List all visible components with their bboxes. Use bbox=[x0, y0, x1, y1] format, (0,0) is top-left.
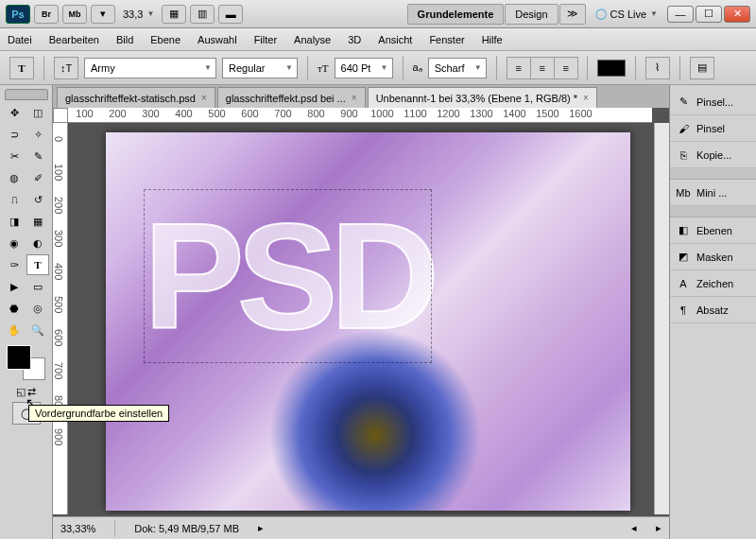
bridge-button[interactable]: Br bbox=[34, 5, 59, 24]
ruler-horizontal[interactable]: 1002003004005006007008009001000110012001… bbox=[68, 108, 652, 123]
panel-dock: ✎Pinsel...🖌Pinsel⎘Kopie...MbMini ...◧Ebe… bbox=[669, 85, 756, 539]
antialias-dropdown[interactable]: Scharf▼ bbox=[428, 58, 487, 78]
text-layer-psd[interactable]: PSD bbox=[144, 189, 432, 363]
close-icon[interactable]: × bbox=[352, 93, 357, 103]
canvas[interactable]: PSD bbox=[106, 132, 630, 511]
blur-tool-icon[interactable]: ◉ bbox=[3, 233, 26, 253]
menu-bild[interactable]: Bild bbox=[116, 34, 133, 45]
align-left-icon[interactable]: ≡ bbox=[507, 57, 531, 79]
marquee-tool-icon[interactable]: ◫ bbox=[26, 102, 49, 123]
close-icon[interactable]: × bbox=[201, 93, 207, 103]
tool-preset-text-icon[interactable]: T bbox=[9, 57, 34, 79]
dodge-tool-icon[interactable]: ◐ bbox=[26, 233, 49, 253]
scroll-left-icon[interactable]: ◂ bbox=[631, 522, 637, 534]
minibridge-button[interactable]: Mb bbox=[62, 5, 87, 24]
font-style-dropdown[interactable]: Regular▼ bbox=[222, 58, 298, 78]
ruler-tick: 1500 bbox=[531, 108, 564, 122]
cslive-label[interactable]: CS Live bbox=[610, 9, 647, 20]
menu-filter[interactable]: Filter bbox=[254, 34, 277, 45]
gradient-tool-icon[interactable]: ▦ bbox=[26, 211, 49, 232]
ruler-tick: 100 bbox=[68, 108, 101, 122]
default-colors-icon[interactable]: ◱ bbox=[16, 386, 26, 398]
font-size-dropdown[interactable]: 640 Pt▼ bbox=[335, 58, 393, 78]
doctab-1[interactable]: glasschrifteffekt-statisch.psd× bbox=[57, 87, 215, 108]
font-family-dropdown[interactable]: Army▼ bbox=[84, 58, 216, 78]
menu-ansicht[interactable]: Ansicht bbox=[378, 34, 412, 45]
close-icon[interactable]: × bbox=[583, 93, 589, 103]
panel-label: Masken bbox=[696, 252, 733, 263]
ruler-tick: 900 bbox=[333, 108, 366, 122]
char-icon: A bbox=[676, 276, 691, 291]
close-button[interactable]: ✕ bbox=[724, 6, 750, 23]
lasso-tool-icon[interactable]: ⊃ bbox=[3, 124, 26, 145]
status-menu-icon[interactable]: ▸ bbox=[258, 522, 264, 534]
zoom-tool-icon[interactable]: 🔍 bbox=[26, 320, 49, 340]
menu-analyse[interactable]: Analyse bbox=[294, 34, 331, 45]
text-orientation-icon[interactable]: ↕T bbox=[54, 57, 78, 79]
workspace-design[interactable]: Design bbox=[505, 4, 558, 25]
scrollbar-vertical[interactable] bbox=[654, 123, 669, 514]
arrange-docs-icon[interactable]: ▥ bbox=[190, 5, 215, 24]
warp-text-icon[interactable]: ⌇ bbox=[645, 57, 670, 79]
stamp-tool-icon[interactable]: ⎍ bbox=[3, 189, 26, 210]
minimize-button[interactable]: — bbox=[667, 6, 694, 23]
hand-tool-icon[interactable]: ✋ bbox=[3, 320, 26, 340]
eyedropper-tool-icon[interactable]: ✎ bbox=[26, 146, 49, 166]
doctab-3[interactable]: Unbenannt-1 bei 33,3% (Ebene 1, RGB/8) *… bbox=[368, 87, 597, 108]
status-zoom[interactable]: 33,33% bbox=[60, 523, 95, 534]
path-select-icon[interactable]: ▶ bbox=[3, 276, 26, 297]
menu-auswahl[interactable]: Auswahl bbox=[198, 34, 237, 45]
type-tool-icon[interactable]: T bbox=[26, 254, 49, 275]
menu-hilfe[interactable]: Hilfe bbox=[482, 34, 503, 45]
workspace-essentials[interactable]: Grundelemente bbox=[407, 4, 505, 25]
panel-layers[interactable]: ◧Ebenen bbox=[670, 217, 756, 244]
panel-mb[interactable]: MbMini ... bbox=[670, 180, 756, 206]
ruler-tick: 1200 bbox=[432, 108, 465, 122]
ruler-origin[interactable] bbox=[53, 108, 68, 123]
panel-mask[interactable]: ◩Masken bbox=[670, 244, 756, 270]
wand-tool-icon[interactable]: ✧ bbox=[26, 124, 49, 145]
font-size-icon: тT bbox=[318, 62, 329, 74]
ruler-tick: 300 bbox=[53, 222, 67, 255]
character-panel-icon[interactable]: ▤ bbox=[690, 57, 714, 79]
3d-camera-icon[interactable]: ◎ bbox=[26, 298, 49, 319]
scroll-right-icon[interactable]: ▸ bbox=[656, 522, 662, 534]
history-arrows-icon[interactable]: ▾ bbox=[91, 5, 115, 24]
panel-para[interactable]: ¶Absatz bbox=[670, 297, 756, 323]
foreground-color[interactable] bbox=[8, 346, 30, 369]
workspace-more[interactable]: ≫ bbox=[559, 4, 586, 25]
move-tool-icon[interactable]: ✥ bbox=[3, 102, 26, 123]
pen-tool-icon[interactable]: ✑ bbox=[3, 254, 26, 275]
align-center-icon[interactable]: ≡ bbox=[530, 57, 555, 79]
panel-clone[interactable]: ⎘Kopie... bbox=[670, 142, 756, 168]
history-brush-icon[interactable]: ↺ bbox=[26, 189, 49, 210]
menu-datei[interactable]: Datei bbox=[8, 34, 32, 45]
doctab-2[interactable]: glasschrifteffekt.psd bei ...× bbox=[217, 87, 366, 108]
align-right-icon[interactable]: ≡ bbox=[554, 57, 578, 79]
healing-tool-icon[interactable]: ◍ bbox=[3, 167, 26, 188]
text-color-swatch[interactable] bbox=[597, 60, 626, 77]
zoom-level[interactable]: 33,3 bbox=[119, 9, 146, 20]
ruler-tick: 400 bbox=[167, 108, 200, 122]
panel-label: Mini ... bbox=[696, 187, 727, 199]
crop-tool-icon[interactable]: ✂ bbox=[3, 146, 26, 166]
panel-brush2[interactable]: 🖌Pinsel bbox=[670, 115, 756, 142]
panel-brush[interactable]: ✎Pinsel... bbox=[670, 89, 756, 115]
maximize-button[interactable]: ☐ bbox=[696, 6, 722, 23]
toolbox-collapse[interactable] bbox=[5, 89, 48, 100]
3d-tool-icon[interactable]: ⬣ bbox=[3, 298, 26, 319]
menu-bearbeiten[interactable]: Bearbeiten bbox=[49, 34, 99, 45]
eraser-tool-icon[interactable]: ◨ bbox=[3, 211, 26, 232]
document-tabs: glasschrifteffekt-statisch.psd× glasschr… bbox=[53, 85, 669, 108]
panel-char[interactable]: AZeichen bbox=[670, 270, 756, 297]
ruler-vertical[interactable]: 0100200300400500600700800900 bbox=[53, 123, 68, 514]
view-extras-icon[interactable]: ▦ bbox=[162, 5, 186, 24]
shape-tool-icon[interactable]: ▭ bbox=[26, 276, 49, 297]
screen-mode-icon[interactable]: ▬ bbox=[218, 5, 243, 24]
menu-ebene[interactable]: Ebene bbox=[150, 34, 180, 45]
ruler-tick: 700 bbox=[53, 355, 67, 388]
brush-tool-icon[interactable]: ✐ bbox=[26, 167, 49, 188]
menu-3d[interactable]: 3D bbox=[348, 34, 361, 45]
menu-fenster[interactable]: Fenster bbox=[429, 34, 464, 45]
ruler-tick: 500 bbox=[200, 108, 233, 122]
